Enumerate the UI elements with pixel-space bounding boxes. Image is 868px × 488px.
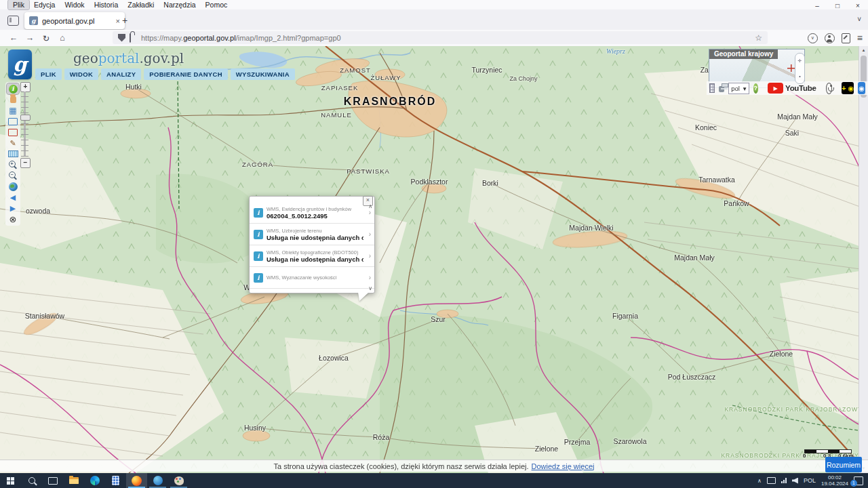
- contrast-toggle-button[interactable]: + ◉: [842, 82, 854, 94]
- wms-result-row[interactable]: i WMS, Obiekty topograficzne (BDOT500)Us…: [250, 245, 374, 267]
- scroll-up-icon[interactable]: ∧: [368, 203, 372, 209]
- url-bar[interactable]: https://mapy.geoportal.gov.pl/imap/Imgp_…: [113, 31, 768, 44]
- menu-pomoc[interactable]: Pomoc: [201, 0, 233, 9]
- volume-icon[interactable]: [792, 478, 798, 484]
- map-canvas[interactable]: HutkiWieprzZAMOSTŻUŁAWYZAPIASEKTurzyniec…: [0, 46, 868, 473]
- slider-handle[interactable]: [20, 115, 31, 121]
- wms-category: WMS, Obiekty topograficzne (BDOT500): [267, 249, 363, 256]
- youtube-link[interactable]: ▶ YouTube: [768, 83, 816, 94]
- tray-chevron-icon[interactable]: ∧: [757, 478, 762, 484]
- app-button[interactable]: [147, 473, 168, 488]
- scale-zero: 0: [803, 453, 806, 459]
- network-icon[interactable]: [781, 478, 787, 483]
- zoom-in-button[interactable]: +: [20, 82, 31, 92]
- search-button[interactable]: [21, 473, 42, 488]
- map-control-row: pol▾ ? ▶ YouTube + ◉ ◉: [707, 81, 868, 95]
- start-button[interactable]: [0, 473, 21, 488]
- visibility-button[interactable]: ◉: [858, 82, 865, 94]
- cookie-accept-button[interactable]: Rozumiem: [825, 457, 862, 472]
- wms-result-row[interactable]: i WMS, Wyznaczanie wysokości ›: [250, 267, 374, 289]
- identify-tool-button[interactable]: i: [7, 83, 19, 94]
- vertical-scrollbar[interactable]: ▲ ▼: [859, 46, 868, 473]
- overview-controls[interactable]: ✛ •: [795, 53, 805, 84]
- back-button[interactable]: ←: [5, 31, 22, 45]
- help-icon[interactable]: ?: [753, 83, 759, 94]
- task-view-icon: [48, 477, 58, 485]
- clear-selection-button[interactable]: [7, 127, 19, 138]
- measure-tool-button[interactable]: [7, 148, 19, 159]
- menu-zakladki[interactable]: Zakładki: [123, 0, 159, 9]
- clock[interactable]: 00:0219.04.2024: [821, 474, 848, 487]
- wms-result-row[interactable]: i WMS, Ewidencja gruntów i budynków06200…: [250, 202, 374, 224]
- file-explorer-button[interactable]: [63, 473, 84, 488]
- full-extent-button[interactable]: [7, 181, 19, 192]
- paint-button[interactable]: [168, 473, 189, 488]
- accessibility-icon[interactable]: [826, 83, 833, 94]
- print-icon[interactable]: [719, 86, 724, 92]
- cookie-more-link[interactable]: Dowiedz się więcej: [532, 462, 595, 470]
- chevron-right-icon[interactable]: ›: [369, 230, 371, 238]
- edge-button[interactable]: [84, 473, 105, 488]
- firefox-button[interactable]: [126, 473, 147, 488]
- minimize-button[interactable]: –: [807, 0, 827, 11]
- menu-item-plik[interactable]: PLIK: [35, 68, 62, 80]
- menu-item-widok[interactable]: WIDOK: [64, 68, 98, 80]
- overview-label: Geoportal krajowy: [709, 49, 778, 59]
- attribute-table-button[interactable]: ▦: [7, 105, 19, 116]
- firefox-view-icon[interactable]: [7, 16, 19, 26]
- bookmark-star-icon[interactable]: ☆: [755, 33, 762, 43]
- wms-value: Usługa nie udostępnia danych op...: [267, 256, 363, 263]
- scrollbar-up-icon[interactable]: ▲: [859, 46, 868, 55]
- cancel-tool-button[interactable]: ⊗: [7, 214, 19, 224]
- menu-historia[interactable]: Historia: [90, 0, 123, 9]
- scroll-down-icon[interactable]: ∨: [368, 285, 372, 291]
- browser-tab[interactable]: g geoportal.gov.pl ×: [24, 12, 125, 29]
- pan-tool-button[interactable]: [7, 94, 19, 105]
- home-button[interactable]: ⌂: [54, 31, 71, 45]
- menu-plik[interactable]: Plik: [8, 0, 29, 9]
- select-rectangle-button[interactable]: [7, 116, 19, 127]
- pocket-icon[interactable]: ∨: [808, 33, 818, 43]
- app-menu-icon[interactable]: ≡: [857, 33, 863, 43]
- menu-edycja[interactable]: Edycja: [29, 0, 60, 9]
- zoom-out-button[interactable]: −: [20, 158, 31, 168]
- cookie-banner: Ta strona używa ciasteczek (cookies), dz…: [0, 460, 868, 472]
- reload-button[interactable]: ↻: [38, 31, 54, 45]
- wms-result-row[interactable]: i WMS, Uzbrojenie terenuUsługa nie udost…: [250, 224, 374, 245]
- tracking-shield-icon[interactable]: [118, 34, 125, 42]
- next-view-button[interactable]: ▶: [7, 203, 19, 214]
- desktop: Plik Edycja Widok Historia Zakładki Narz…: [0, 0, 868, 488]
- grid-icon[interactable]: [709, 83, 715, 93]
- notification-icon[interactable]: 1: [854, 476, 863, 485]
- zoom-in-tool-button[interactable]: +: [7, 159, 19, 170]
- language-select[interactable]: pol▾: [728, 83, 749, 94]
- maximize-button[interactable]: □: [827, 0, 848, 11]
- task-view-button[interactable]: [42, 473, 63, 488]
- arrow-right-icon: ▶: [10, 205, 16, 212]
- lock-icon[interactable]: [130, 33, 131, 43]
- language-indicator[interactable]: POL: [804, 477, 816, 484]
- menu-item-analizy[interactable]: ANALIZY: [101, 68, 141, 80]
- calculator-button[interactable]: [105, 473, 126, 488]
- menu-item-pobieranie[interactable]: POBIERANIE DANYCH: [144, 68, 228, 80]
- chevron-right-icon[interactable]: ›: [369, 252, 371, 260]
- list-tabs-chevron-icon[interactable]: ˅: [857, 16, 861, 23]
- tab-close-icon[interactable]: ×: [116, 17, 120, 25]
- menu-narzedzia[interactable]: Narzędzia: [159, 0, 200, 9]
- chevron-right-icon[interactable]: ›: [369, 209, 371, 216]
- menu-item-wyszukiwania[interactable]: WYSZUKIWANIA: [231, 68, 295, 80]
- chevron-down-icon: ▾: [743, 85, 747, 92]
- new-tab-button[interactable]: +: [122, 15, 127, 26]
- extensions-icon[interactable]: [842, 33, 850, 43]
- navigation-bar: ← → ↻ ⌂ https://mapy.geoportal.gov.pl/im…: [0, 30, 868, 47]
- draw-tool-button[interactable]: ✎: [7, 138, 19, 148]
- close-button[interactable]: ×: [848, 0, 868, 11]
- previous-view-button[interactable]: ◀: [7, 192, 19, 203]
- chevron-right-icon[interactable]: ›: [369, 274, 371, 281]
- geoportal-logo[interactable]: g: [8, 49, 32, 79]
- display-icon[interactable]: [767, 477, 776, 484]
- zoom-out-tool-button[interactable]: −: [7, 170, 19, 181]
- forward-button[interactable]: →: [22, 31, 38, 45]
- menu-widok[interactable]: Widok: [60, 0, 89, 9]
- account-icon[interactable]: [825, 33, 835, 43]
